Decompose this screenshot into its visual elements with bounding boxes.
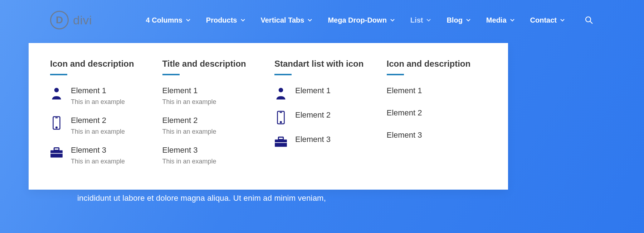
nav-media[interactable]: Media xyxy=(486,16,514,24)
nav-mega-drop-down[interactable]: Mega Drop-Down xyxy=(328,16,394,24)
search-icon[interactable] xyxy=(584,15,594,25)
menu-item[interactable]: Element 2 xyxy=(387,108,488,118)
chevron-down-icon xyxy=(560,18,565,22)
mega-column-title-desc: Title and description Element 1 This in … xyxy=(162,59,264,175)
svg-rect-8 xyxy=(50,153,63,154)
column-underline xyxy=(162,74,180,75)
logo-letter: D xyxy=(56,14,63,26)
svg-line-1 xyxy=(590,22,593,24)
logo-text: divi xyxy=(73,13,92,27)
menu-item-desc: This in an example xyxy=(162,158,264,165)
nav-label: Mega Drop-Down xyxy=(328,16,386,24)
menu-item-desc: This in an example xyxy=(71,128,152,135)
menu-item[interactable]: Element 1 This in an example xyxy=(50,86,152,106)
menu-item-desc: This in an example xyxy=(162,98,264,106)
menu-item-title: Element 1 xyxy=(71,86,152,95)
site-header: D divi 4 Columns Products Vertical Tabs xyxy=(0,0,644,37)
nav-label: Contact xyxy=(530,16,557,24)
nav-products[interactable]: Products xyxy=(206,16,245,24)
user-icon xyxy=(274,86,287,100)
menu-item[interactable]: Element 3 This in an example xyxy=(50,146,152,165)
menu-item-body: Element 1 This in an example xyxy=(162,86,264,106)
menu-item[interactable]: Element 2 xyxy=(274,110,376,125)
menu-item[interactable]: Element 3 This in an example xyxy=(162,146,264,165)
mega-column-simple: Icon and description Element 1 Element 2… xyxy=(387,59,488,175)
svg-rect-6 xyxy=(50,150,63,157)
column-title: Icon and description xyxy=(50,59,152,69)
column-underline xyxy=(387,74,404,75)
menu-item[interactable]: Element 2 This in an example xyxy=(50,116,152,135)
nav-label: List xyxy=(410,16,423,24)
menu-item-body: Element 1 xyxy=(295,86,376,95)
menu-item[interactable]: Element 1 xyxy=(274,86,376,100)
svg-rect-15 xyxy=(275,142,287,143)
menu-item-title: Element 2 xyxy=(71,116,152,125)
chevron-down-icon xyxy=(426,18,431,22)
nav-label: Blog xyxy=(447,16,462,24)
menu-item-title: Element 1 xyxy=(295,86,376,95)
mega-column-icon-only: Standart list with icon Element 1 Elemen… xyxy=(274,59,376,175)
svg-point-9 xyxy=(279,88,283,92)
nav-blog[interactable]: Blog xyxy=(447,16,470,24)
column-title: Title and description xyxy=(162,59,264,69)
nav-contact[interactable]: Contact xyxy=(530,16,565,24)
phone-icon xyxy=(274,110,287,125)
menu-item-body: Element 2 This in an example xyxy=(162,116,264,135)
svg-point-0 xyxy=(586,17,591,22)
menu-item-title: Element 2 xyxy=(162,116,264,125)
mega-column-icon-desc: Icon and description Element 1 This in a… xyxy=(50,59,152,175)
menu-item[interactable]: Element 1 xyxy=(387,86,488,95)
nav-label: 4 Columns xyxy=(146,16,182,24)
chevron-down-icon xyxy=(466,18,470,22)
menu-item-title: Element 1 xyxy=(162,86,264,95)
menu-item-body: Element 3 This in an example xyxy=(71,146,152,165)
logo-mark-icon: D xyxy=(50,11,69,29)
menu-item-body: Element 2 xyxy=(295,110,376,120)
mega-menu: Icon and description Element 1 This in a… xyxy=(29,43,508,190)
logo[interactable]: D divi xyxy=(50,11,92,29)
user-icon xyxy=(50,86,63,100)
nav-list[interactable]: List xyxy=(410,16,431,24)
menu-item-desc: This in an example xyxy=(71,98,152,106)
chevron-down-icon xyxy=(510,18,514,22)
menu-item-title: Element 2 xyxy=(295,110,376,120)
svg-rect-14 xyxy=(278,137,283,140)
menu-item[interactable]: Element 3 xyxy=(274,135,376,149)
chevron-down-icon xyxy=(186,18,190,22)
nav-4-columns[interactable]: 4 Columns xyxy=(146,16,190,24)
column-title: Icon and description xyxy=(387,59,488,69)
menu-item-desc: This in an example xyxy=(162,128,264,135)
column-underline xyxy=(50,74,67,75)
menu-item[interactable]: Element 3 xyxy=(387,130,488,140)
menu-item-title: Element 3 xyxy=(295,135,376,144)
svg-rect-7 xyxy=(54,148,59,151)
column-title: Standart list with icon xyxy=(274,59,376,69)
menu-item-body: Element 3 xyxy=(295,135,376,144)
page-body-text: incididunt ut labore et dolore magna ali… xyxy=(77,194,326,203)
nav-label: Media xyxy=(486,16,507,24)
nav-label: Vertical Tabs xyxy=(261,16,304,24)
chevron-down-icon xyxy=(308,18,312,22)
svg-point-2 xyxy=(54,88,59,92)
nav-vertical-tabs[interactable]: Vertical Tabs xyxy=(261,16,312,24)
svg-rect-13 xyxy=(275,139,287,147)
primary-nav: 4 Columns Products Vertical Tabs Mega Dr… xyxy=(146,15,594,25)
svg-point-4 xyxy=(56,127,57,128)
menu-item[interactable]: Element 2 This in an example xyxy=(162,116,264,135)
briefcase-icon xyxy=(274,135,287,149)
nav-label: Products xyxy=(206,16,237,24)
phone-icon xyxy=(50,116,63,130)
svg-point-11 xyxy=(280,122,281,123)
column-underline xyxy=(274,74,292,75)
menu-item-desc: This in an example xyxy=(71,158,152,165)
menu-item[interactable]: Element 1 This in an example xyxy=(162,86,264,106)
menu-item-title: Element 3 xyxy=(71,146,152,155)
menu-item-body: Element 3 This in an example xyxy=(162,146,264,165)
menu-item-body: Element 1 This in an example xyxy=(71,86,152,106)
briefcase-icon xyxy=(50,146,63,160)
chevron-down-icon xyxy=(390,18,395,22)
menu-item-title: Element 3 xyxy=(162,146,264,155)
menu-item-body: Element 2 This in an example xyxy=(71,116,152,135)
chevron-down-icon xyxy=(241,18,245,22)
